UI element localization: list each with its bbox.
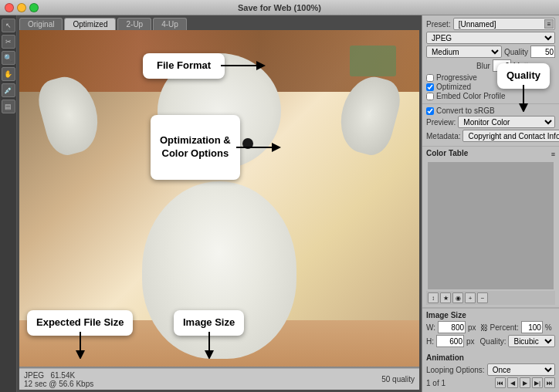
height-label: H: xyxy=(426,337,434,346)
width-unit: px xyxy=(468,323,476,332)
callout-expected-file-size: Expected File Size xyxy=(27,310,133,336)
color-table-area xyxy=(428,162,554,289)
looping-row: Looping Options: Once xyxy=(426,363,555,376)
width-input[interactable] xyxy=(438,321,466,333)
animation-title: Animation xyxy=(426,353,555,362)
image-canvas: File Format Optimization &Color Options xyxy=(19,30,419,390)
ct-btn-1[interactable]: ↕ xyxy=(428,292,439,303)
ct-btn-3[interactable]: ◉ xyxy=(452,292,463,303)
status-info: JPEG 61.54K 12 sec @ 56.6 Kbps xyxy=(24,371,93,388)
quality-info: 50 quality xyxy=(381,375,415,384)
format-size-info: JPEG 61.54K xyxy=(24,371,93,380)
callout-optimization: Optimization &Color Options xyxy=(151,115,240,180)
hand-tool[interactable]: ✋ xyxy=(2,67,15,81)
preset-section: Preset: [Unnamed] ≡ JPEG Medium Quality xyxy=(422,15,559,104)
percent-input[interactable] xyxy=(521,321,543,333)
eyedropper-tool[interactable]: 💉 xyxy=(2,83,15,97)
right-panel: Preset: [Unnamed] ≡ JPEG Medium Quality xyxy=(422,15,559,392)
image-size-title: Image Size xyxy=(426,311,555,319)
tab-original[interactable]: Original xyxy=(19,18,63,30)
quality-input[interactable] xyxy=(530,46,555,58)
quality-label: Quality xyxy=(504,48,528,56)
panel-menu-button[interactable]: ≡ xyxy=(544,19,554,29)
preset-row: Preset: [Unnamed] ≡ xyxy=(426,18,555,30)
window-title: Save for Web (100%) xyxy=(238,3,321,12)
slice-tool[interactable]: ▤ xyxy=(2,100,15,113)
quality-drop-label: Quality: xyxy=(480,337,506,346)
convert-section: Convert to sRGB Preview: Monitor Color M… xyxy=(422,104,559,147)
frame-next-btn[interactable]: ▶| xyxy=(532,377,543,388)
percent-label: Percent: xyxy=(490,323,519,332)
frame-counter: 1 of 1 xyxy=(426,379,446,387)
width-row: W: px ⛓ Percent: % xyxy=(426,321,555,333)
callout-quality: Quality xyxy=(497,63,550,89)
callout-file-format: File Format xyxy=(143,53,225,79)
zoom-tool[interactable]: 🔍 xyxy=(2,51,15,65)
frame-play-btn[interactable]: ▶ xyxy=(520,377,530,388)
optimized-label: Optimized xyxy=(436,83,471,91)
metadata-label: Metadata: xyxy=(426,132,460,140)
progressive-label: Progressive xyxy=(436,73,477,82)
height-unit: px xyxy=(466,337,475,346)
preset-label: Preset: xyxy=(426,20,451,29)
image-preview: File Format Optimization &Color Options xyxy=(19,30,419,367)
tab-bar: Original Optimized 2-Up 4-Up xyxy=(17,15,422,30)
frame-controls-row: 1 of 1 ⏮ ◀ ▶ ▶| ⏭ xyxy=(426,377,555,388)
quality-drop-select[interactable]: Bicubic xyxy=(508,335,555,347)
select-tool[interactable]: ↖ xyxy=(2,19,15,32)
maximize-button[interactable] xyxy=(29,3,39,12)
color-table-title: Color Table xyxy=(426,149,468,157)
looping-select[interactable]: Once xyxy=(487,363,555,376)
tab-4up[interactable]: 4-Up xyxy=(153,18,187,30)
blur-label: Blur xyxy=(476,62,490,70)
embed-color-profile-label: Embed Color Profile xyxy=(436,92,505,100)
crop-tool[interactable]: ✂ xyxy=(2,35,15,49)
preview-row: Preview: Monitor Color xyxy=(426,116,555,128)
preset-select[interactable]: [Unnamed] xyxy=(453,18,555,30)
ct-btn-2[interactable]: ★ xyxy=(440,292,451,303)
image-size-section: Image Size W: px ⛓ Percent: % H: px Qual… xyxy=(422,308,559,351)
preview-select[interactable]: Monitor Color xyxy=(458,116,555,128)
canvas-status-bar: JPEG 61.54K 12 sec @ 56.6 Kbps 50 qualit… xyxy=(19,368,419,390)
format-row: JPEG xyxy=(426,32,555,44)
download-time-info: 12 sec @ 56.6 Kbps xyxy=(24,380,93,388)
close-button[interactable] xyxy=(5,3,14,12)
callout-image-size: Image Size xyxy=(174,310,244,336)
title-bar: Save for Web (100%) xyxy=(0,0,559,15)
height-row: H: px Quality: Bicubic xyxy=(426,335,555,347)
background-shelf xyxy=(350,46,396,76)
canvas-inner: File Format Optimization &Color Options xyxy=(19,30,419,367)
optimized-checkbox[interactable] xyxy=(426,83,434,91)
convert-srgb-label: Convert to sRGB xyxy=(436,106,495,115)
ct-btn-4[interactable]: + xyxy=(465,292,476,303)
tab-optimized[interactable]: Optimized xyxy=(64,18,116,30)
convert-srgb-checkbox[interactable] xyxy=(426,107,434,115)
canvas-area: Original Optimized 2-Up 4-Up xyxy=(17,15,422,392)
frame-first-btn[interactable]: ⏮ xyxy=(495,377,506,388)
preview-label: Preview: xyxy=(426,118,456,127)
compression-select[interactable]: Medium xyxy=(426,46,502,58)
left-toolbar: ↖ ✂ 🔍 ✋ 💉 ▤ xyxy=(0,15,17,392)
embed-color-profile-row: Embed Color Profile xyxy=(426,92,555,100)
window-controls xyxy=(5,3,39,12)
progressive-checkbox[interactable] xyxy=(426,74,434,82)
minimize-button[interactable] xyxy=(17,3,26,12)
compression-quality-row: Medium Quality xyxy=(426,46,555,58)
frame-last-btn[interactable]: ⏭ xyxy=(544,377,555,388)
convert-srgb-row: Convert to sRGB xyxy=(426,106,555,115)
ct-btn-5[interactable]: − xyxy=(477,292,488,303)
format-select[interactable]: JPEG xyxy=(426,32,555,44)
width-label: W: xyxy=(426,323,435,332)
tab-2up[interactable]: 2-Up xyxy=(117,18,151,30)
metadata-row: Metadata: Copyright and Contact Info xyxy=(426,130,555,142)
color-table-menu[interactable]: ≡ xyxy=(551,150,555,158)
metadata-select[interactable]: Copyright and Contact Info xyxy=(462,130,559,142)
color-table-section: Color Table ≡ ↕ ★ ◉ + − xyxy=(422,147,559,308)
link-chain: ⛓ xyxy=(480,323,488,332)
frame-prev-btn[interactable]: ◀ xyxy=(507,377,518,388)
height-input[interactable] xyxy=(436,335,464,347)
animation-section: Animation Looping Options: Once 1 of 1 ⏮… xyxy=(422,351,559,392)
embed-color-profile-checkbox[interactable] xyxy=(426,93,434,100)
looping-label: Looping Options: xyxy=(426,366,485,374)
color-table-toolbar: ↕ ★ ◉ + − xyxy=(426,291,555,305)
